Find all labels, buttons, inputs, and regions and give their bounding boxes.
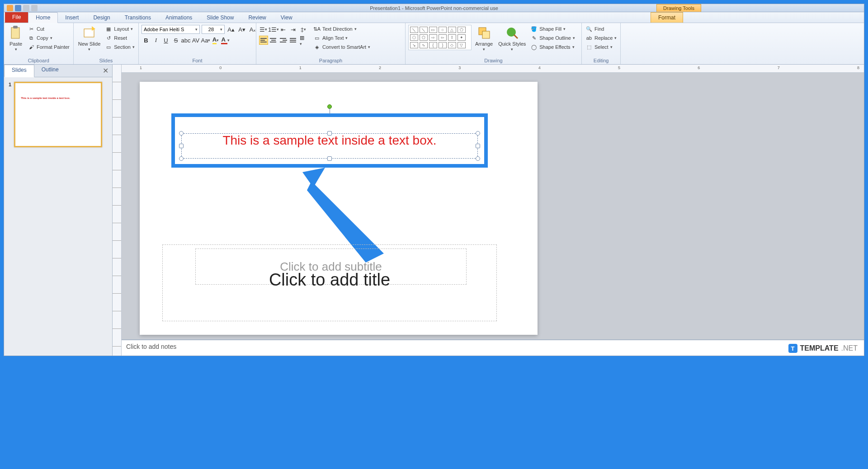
workspace: Slides Outline ✕ 1 This is a sample text… (4, 65, 864, 356)
convert-smartart-button[interactable]: ◈Convert to SmartArt▾ (312, 43, 371, 51)
quick-access-toolbar (7, 5, 38, 11)
replace-button[interactable]: abReplace▾ (585, 34, 618, 42)
redo-icon[interactable] (31, 5, 38, 11)
align-left-button[interactable] (259, 36, 268, 45)
reset-button[interactable]: ↺Reset (104, 34, 136, 42)
drawing-tools-tab-header: Drawing Tools (656, 4, 701, 12)
svg-rect-0 (11, 28, 19, 38)
tab-slideshow[interactable]: Slide Show (199, 13, 241, 23)
tab-view[interactable]: View (274, 13, 300, 23)
ribbon-tabs: File Home Insert Design Transitions Anim… (4, 12, 864, 23)
quick-styles-button[interactable]: Quick Styles▾ (496, 25, 528, 53)
align-text-button[interactable]: ▭Align Text▾ (312, 34, 371, 42)
title-bar: Presentation1 - Microsoft PowerPoint non… (4, 4, 864, 12)
quick-styles-icon (505, 26, 519, 40)
copy-button[interactable]: ⧉Copy▾ (27, 34, 71, 42)
tab-format[interactable]: Format (651, 12, 683, 23)
decrease-indent-button[interactable]: ⇤ (279, 25, 288, 34)
scissors-icon: ✂ (28, 25, 35, 33)
text-direction-button[interactable]: ⇅AText Direction▾ (312, 25, 371, 33)
shrink-font-button[interactable]: A▾ (237, 25, 246, 34)
find-button[interactable]: 🔍Find (585, 25, 618, 33)
align-center-button[interactable] (269, 36, 278, 45)
sample-textbox-content[interactable]: This is a sample text inside a text box. (215, 129, 443, 152)
slide-thumbnail[interactable]: This is a sample text inside a text box. (14, 82, 102, 147)
shape-effects-button[interactable]: ◯Shape Effects▾ (529, 43, 576, 51)
arrange-button[interactable]: Arrange▾ (473, 25, 495, 53)
increase-indent-button[interactable]: ⇥ (289, 25, 298, 34)
grow-font-button[interactable]: A▴ (226, 25, 236, 34)
section-button[interactable]: ▭Section▾ (104, 43, 136, 51)
strikethrough-button[interactable]: S (171, 36, 180, 45)
copy-icon: ⧉ (28, 34, 35, 42)
title-placeholder-area[interactable]: Click to add subtitle Click to add title (162, 244, 497, 321)
outline-icon: ✎ (530, 34, 538, 42)
outline-tab[interactable]: Outline (34, 65, 66, 77)
resize-handle[interactable] (476, 144, 480, 148)
new-slide-icon (82, 26, 97, 40)
tab-home[interactable]: Home (28, 12, 58, 23)
font-size-selector[interactable]: 28▾ (202, 25, 225, 34)
svg-rect-1 (13, 26, 18, 28)
section-icon: ▭ (105, 43, 112, 51)
title-placeholder[interactable]: Click to add title (163, 270, 496, 290)
tab-file[interactable]: File (5, 12, 28, 23)
clear-formatting-button[interactable]: Aₓ (248, 25, 257, 34)
slide-canvas-area[interactable]: This is a sample text inside a text box.… (122, 73, 864, 356)
notes-pane[interactable]: Click to add notes (122, 339, 864, 356)
resize-handle[interactable] (476, 131, 480, 136)
group-editing: 🔍Find abReplace▾ ⬚Select▾ Editing (582, 23, 621, 64)
tab-animations[interactable]: Animations (158, 13, 199, 23)
select-button[interactable]: ⬚Select▾ (585, 43, 618, 51)
bold-button[interactable]: B (142, 36, 151, 45)
bullets-button[interactable]: ☰▾ (259, 25, 268, 34)
save-icon[interactable] (15, 5, 21, 11)
change-case-button[interactable]: Aa▾ (201, 36, 210, 45)
numbering-button[interactable]: 1☰▾ (269, 25, 278, 34)
highlight-button[interactable]: A▾ (211, 36, 220, 45)
layout-button[interactable]: ▦Layout▾ (104, 25, 136, 33)
tab-review[interactable]: Review (241, 13, 273, 23)
text-shadow-button[interactable]: abc (181, 36, 190, 45)
group-drawing: ＼＼▭○△⬠ ⬡⬠⇨⇦⇧✦ ↘∿{}◇▽ Arrange▾ Quick Styl… (406, 23, 582, 64)
font-name-selector[interactable]: Adobe Fan Heiti S▾ (142, 25, 200, 34)
new-slide-button[interactable]: New Slide▾ (76, 25, 103, 53)
align-right-button[interactable] (279, 36, 288, 45)
line-spacing-button[interactable]: ‡▾ (299, 25, 308, 34)
powerpoint-icon[interactable] (7, 5, 13, 11)
columns-button[interactable]: ▥▾ (299, 36, 308, 45)
paste-button[interactable]: Paste▾ (7, 25, 25, 53)
format-painter-button[interactable]: 🖌Format Painter (27, 43, 71, 51)
tab-insert[interactable]: Insert (58, 13, 86, 23)
shape-outline-button[interactable]: ✎Shape Outline▾ (529, 34, 576, 42)
tab-transitions[interactable]: Transitions (118, 13, 158, 23)
italic-button[interactable]: I (151, 36, 160, 45)
slide[interactable]: This is a sample text inside a text box.… (140, 82, 538, 335)
group-slides: New Slide▾ ▦Layout▾ ↺Reset ▭Section▾ Sli… (74, 23, 139, 64)
resize-handle[interactable] (179, 131, 184, 136)
undo-icon[interactable] (23, 5, 29, 11)
underline-button[interactable]: U (161, 36, 170, 45)
justify-button[interactable] (289, 36, 298, 45)
slides-tab[interactable]: Slides (4, 65, 34, 77)
paste-icon (9, 26, 23, 40)
char-spacing-button[interactable]: AV (191, 36, 200, 45)
horizontal-ruler[interactable]: 1012345678 (122, 65, 864, 73)
shape-fill-button[interactable]: 🪣Shape Fill▾ (529, 25, 576, 33)
shapes-gallery[interactable]: ＼＼▭○△⬠ ⬡⬠⇨⇦⇧✦ ↘∿{}◇▽ (408, 25, 472, 50)
resize-handle[interactable] (179, 144, 184, 148)
replace-icon: ab (585, 34, 593, 42)
resize-handle[interactable] (476, 156, 480, 161)
powerpoint-window: Presentation1 - Microsoft PowerPoint non… (4, 4, 864, 356)
tab-design[interactable]: Design (86, 13, 117, 23)
ribbon: Paste▾ ✂Cut ⧉Copy▾ 🖌Format Painter Clipb… (4, 23, 864, 65)
close-panel-button[interactable]: ✕ (99, 65, 112, 77)
resize-handle[interactable] (179, 156, 184, 161)
font-color-button[interactable]: A▾ (221, 36, 230, 45)
resize-handle[interactable] (327, 156, 332, 161)
vertical-ruler[interactable] (113, 65, 122, 356)
cut-button[interactable]: ✂Cut (27, 25, 71, 33)
slides-panel: Slides Outline ✕ 1 This is a sample text… (4, 65, 113, 356)
layout-icon: ▦ (105, 25, 112, 33)
watermark: T TEMPLATE.NET (788, 344, 858, 353)
